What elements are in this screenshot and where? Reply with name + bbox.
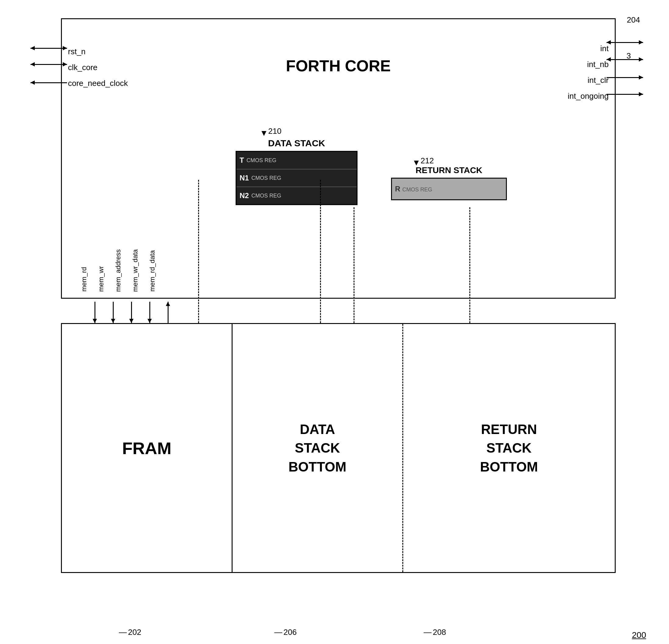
dashed-line-2 bbox=[320, 180, 321, 323]
data-stack-container: DATA STACK T CMOS REG N1 CMOS REG N2 CMO… bbox=[236, 138, 357, 205]
label-212: 212 bbox=[421, 156, 434, 166]
dashed-line-1 bbox=[198, 180, 199, 323]
core-need-clock-arrow bbox=[30, 82, 67, 83]
vertical-signals: mem_rd mem_wr mem_address mem_wr_data me… bbox=[80, 249, 156, 292]
data-stack-bottom-label: DATASTACKBOTTOM bbox=[289, 420, 346, 476]
label-210-arrow bbox=[261, 131, 266, 136]
int-clr-arrow bbox=[607, 77, 643, 78]
int-nb-arrow bbox=[607, 59, 643, 60]
return-stack-bottom-label: RETURNSTACKBOTTOM bbox=[480, 420, 538, 476]
data-stack-title: DATA STACK bbox=[236, 138, 357, 148]
int-nb-number: 3 bbox=[627, 51, 631, 61]
forth-core-title: FORTH CORE bbox=[286, 56, 391, 76]
n2-cmos: CMOS REG bbox=[252, 192, 281, 199]
ref-204: 204 bbox=[627, 15, 640, 25]
n1-label: N1 bbox=[240, 174, 249, 182]
data-stack-bottom-box: DATASTACKBOTTOM bbox=[232, 324, 403, 572]
t-cmos: CMOS REG bbox=[246, 157, 276, 164]
ref-200: 200 bbox=[632, 630, 646, 640]
dashed-line-4 bbox=[469, 207, 470, 323]
t-label: T bbox=[240, 156, 244, 164]
data-stack-inner: T CMOS REG N1 CMOS REG N2 CMOS REG bbox=[236, 151, 357, 205]
int-ongoing-arrow bbox=[607, 94, 643, 95]
bottom-section: FRAM DATASTACKBOTTOM RETURNSTACKBOTTOM bbox=[61, 323, 616, 573]
stack-row-N1: N1 CMOS REG bbox=[237, 170, 357, 187]
diagram-container: 204 rst_n clk_core core_need_clock FORTH… bbox=[24, 18, 649, 622]
mem-arrow-4 bbox=[150, 302, 150, 323]
mem-address-label: mem_address bbox=[114, 249, 122, 292]
fram-label: FRAM bbox=[122, 438, 172, 458]
label-210: 210 bbox=[268, 127, 281, 136]
return-stack-container: RETURN STACK R CMOS REG bbox=[391, 166, 507, 200]
rst-n-label: rst_n bbox=[68, 44, 128, 59]
mem-rd-label: mem_rd bbox=[80, 267, 88, 292]
int-clr-label: int_clr bbox=[568, 72, 609, 88]
ref-202: —202 bbox=[119, 628, 141, 637]
ref-206: —206 bbox=[274, 628, 297, 637]
mem-wr-label: mem_wr bbox=[97, 266, 105, 292]
n2-label: N2 bbox=[240, 191, 249, 200]
clk-core-arrow bbox=[30, 64, 67, 65]
fram-box: FRAM bbox=[62, 324, 232, 572]
int-nb-label: int_nb bbox=[568, 56, 609, 72]
rst-n-arrow bbox=[30, 48, 67, 49]
return-stack-inner: R CMOS REG bbox=[391, 178, 507, 200]
label-212-arrow bbox=[414, 161, 419, 166]
int-arrow bbox=[607, 42, 643, 43]
mem-arrow-3 bbox=[131, 302, 132, 323]
int-ongoing-label: int_ongoing bbox=[568, 88, 609, 104]
return-stack-bottom-box: RETURNSTACKBOTTOM bbox=[403, 324, 615, 572]
forth-core-box: rst_n clk_core core_need_clock FORTH COR… bbox=[61, 18, 616, 299]
ref-208: —208 bbox=[424, 628, 446, 637]
stack-row-N2: N2 CMOS REG bbox=[237, 187, 357, 204]
dashed-line-3 bbox=[354, 207, 354, 323]
return-stack-title: RETURN STACK bbox=[391, 166, 507, 175]
mem-rd-data-label: mem_rd_data bbox=[148, 250, 156, 292]
mem-arrow-2 bbox=[113, 302, 114, 323]
mem-arrow-1 bbox=[95, 302, 95, 323]
core-need-clock-label: core_need_clock bbox=[68, 75, 128, 91]
mem-arrow-5 bbox=[168, 302, 169, 323]
r-cmos: CMOS REG bbox=[402, 187, 432, 192]
clk-core-label: clk_core bbox=[68, 59, 128, 75]
int-label: int bbox=[568, 41, 609, 56]
left-signals: rst_n clk_core core_need_clock bbox=[68, 44, 128, 91]
stack-row-T: T CMOS REG bbox=[237, 152, 357, 170]
n1-cmos: CMOS REG bbox=[252, 175, 281, 181]
mem-wr-data-label: mem_wr_data bbox=[131, 249, 139, 292]
r-label: R bbox=[395, 185, 400, 193]
right-signals: int int_nb int_clr int_ongoing bbox=[568, 41, 609, 104]
